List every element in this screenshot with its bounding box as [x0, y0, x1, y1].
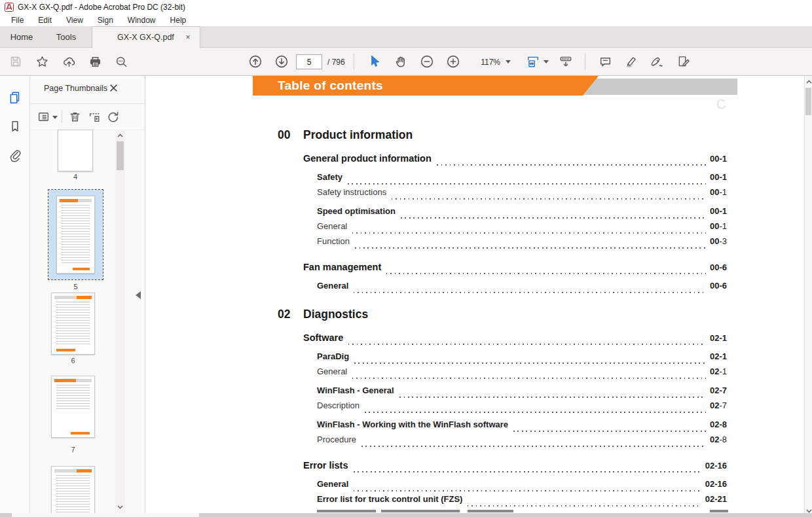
toc-dot-leader [513, 430, 706, 432]
page-thumbnail[interactable] [51, 376, 95, 438]
toc-entry-label: Fan management [303, 262, 381, 272]
toc-entry[interactable]: WinFlash - General02-7 [317, 385, 727, 401]
toc-page-prefix: 00 [710, 154, 719, 164]
toc-entry[interactable]: Description02-7 [317, 401, 727, 416]
page-number-input[interactable] [296, 54, 322, 69]
toc-entry[interactable]: General02-1 [317, 366, 727, 382]
page-thumbnail[interactable] [51, 466, 95, 517]
select-cursor-button[interactable] [364, 52, 385, 71]
toc-entry-label: Description [317, 401, 360, 410]
toc-page-prefix: 02 [710, 385, 719, 395]
toc-entry-page: 02-1 [710, 351, 727, 361]
page-fit-dropdown-caret-icon[interactable] [544, 60, 549, 63]
thumbnail-options-caret-icon[interactable] [52, 116, 58, 119]
page-thumbnail[interactable] [58, 130, 93, 171]
toc-entry[interactable]: Fan management00-6 [303, 262, 727, 277]
toc-entry[interactable]: Software02-1 [303, 332, 727, 348]
toc-entry[interactable]: Safety instructions00-1 [317, 187, 727, 202]
page-thumbnail[interactable] [51, 293, 95, 355]
toc-entry[interactable]: General product information00-1 [303, 153, 727, 168]
toc-dot-leader [361, 445, 706, 447]
bookmarks-icon[interactable] [8, 119, 22, 134]
toc-entry-page: 02-21 [705, 494, 727, 504]
zoom-dropdown-caret-icon[interactable] [506, 60, 511, 63]
insert-page-button[interactable] [86, 109, 102, 124]
scroll-up-icon[interactable] [117, 134, 123, 137]
page-thumbnails-icon[interactable] [8, 90, 22, 105]
attachments-icon[interactable] [8, 148, 22, 162]
toc-page-prefix: 00 [710, 206, 719, 216]
panel-scrollbar-thumb[interactable] [117, 141, 124, 170]
toc-page-prefix: 02 [710, 366, 719, 376]
toc-entry[interactable]: Error lists02-16 [303, 460, 727, 475]
tab-close-icon[interactable]: × [184, 33, 192, 41]
document-vertical-scrollbar-thumb[interactable] [805, 88, 811, 115]
panel-collapse-button[interactable] [133, 287, 143, 304]
page-up-button[interactable] [245, 52, 266, 71]
toc-entry[interactable]: General00-6 [317, 281, 727, 296]
rotate-page-button[interactable] [105, 109, 120, 124]
panel-close-icon[interactable] [109, 84, 118, 92]
zoom-level-value[interactable]: 117% [473, 58, 500, 67]
thumbnail-banner-accent [54, 379, 76, 382]
toc-page-prefix: 02 [710, 333, 719, 343]
toc-entry-label: ParaDig [317, 351, 349, 361]
panel-toolbar-separator [62, 110, 62, 123]
toc-entry[interactable]: Speed optimisation00-1 [317, 206, 727, 221]
page-thumbnail[interactable] [56, 196, 95, 274]
toc-entry[interactable]: ParaDig02-1 [317, 351, 727, 366]
toc-dot-leader [354, 291, 706, 293]
tab-home[interactable]: Home [0, 26, 43, 48]
thumbnail-options-button[interactable] [35, 109, 51, 124]
page-down-button[interactable] [271, 52, 292, 71]
menu-item-view[interactable]: View [60, 15, 89, 26]
menu-item-file[interactable]: File [5, 15, 29, 26]
tab-document-active[interactable]: GX-X GX-Q.pdf × [92, 26, 200, 48]
document-vertical-scrollbar[interactable] [804, 76, 812, 517]
sign-pen-button[interactable] [647, 52, 668, 71]
share-cloud-button[interactable] [58, 52, 79, 71]
save-button[interactable] [5, 52, 26, 71]
print-button[interactable] [84, 52, 105, 71]
toc-entry-page: 00-1 [710, 172, 727, 182]
panel-title: Page Thumbnails [44, 84, 107, 93]
panel-scrollbar[interactable] [115, 131, 125, 513]
menu-item-sign[interactable]: Sign [92, 15, 119, 26]
toc-entry-label: General [317, 221, 347, 231]
fill-and-sign-button[interactable] [673, 52, 694, 71]
toc-page-prefix: 02 [705, 479, 714, 489]
hand-tool-button[interactable] [390, 52, 411, 71]
search-button[interactable] [111, 52, 132, 71]
menu-item-window[interactable]: Window [122, 15, 162, 26]
scrolling-mode-button[interactable] [555, 52, 576, 71]
tab-tools[interactable]: Tools [43, 26, 89, 48]
zoom-out-button[interactable] [416, 52, 437, 71]
toc-entry[interactable]: General02-16 [317, 479, 727, 494]
toc-dot-leader [352, 232, 706, 234]
scroll-down-icon[interactable] [117, 505, 123, 509]
scroll-up-icon[interactable] [806, 80, 812, 84]
toc-section-number: 02 [278, 308, 303, 321]
zoom-in-button[interactable] [443, 52, 464, 71]
toc-entry[interactable]: WinFlash - Working with the WinFlash sof… [317, 419, 727, 435]
toc-entry-page: 00-6 [710, 262, 727, 272]
menu-item-help[interactable]: Help [164, 15, 193, 26]
page-fit-view-button[interactable] [523, 52, 544, 71]
toc-entry-label: Function [317, 236, 350, 246]
toc-entry[interactable]: Error list for truck control unit (FZS)0… [317, 494, 727, 509]
toc-entry[interactable]: Safety00-1 [317, 172, 727, 187]
menu-item-edit[interactable]: Edit [32, 15, 58, 26]
star-favorites-button[interactable] [31, 52, 52, 71]
toc-entry[interactable]: General00-1 [317, 221, 727, 236]
toc-entry-label: Error list for truck control unit (FZS) [317, 494, 462, 504]
comment-button[interactable] [595, 52, 616, 71]
toolbar-separator [585, 53, 585, 70]
toc-entry-page: 02-16 [705, 461, 727, 471]
toc-dot-leader [392, 198, 706, 200]
toc-entry[interactable]: Procedure02-8 [317, 435, 727, 450]
toc-entry-page: 02-8 [710, 419, 727, 429]
delete-page-button[interactable] [67, 109, 83, 124]
toc-entry[interactable]: Function00-3 [317, 236, 727, 251]
highlight-button[interactable] [621, 52, 642, 71]
document-horizontal-scrollbar-thumb[interactable] [12, 513, 199, 517]
